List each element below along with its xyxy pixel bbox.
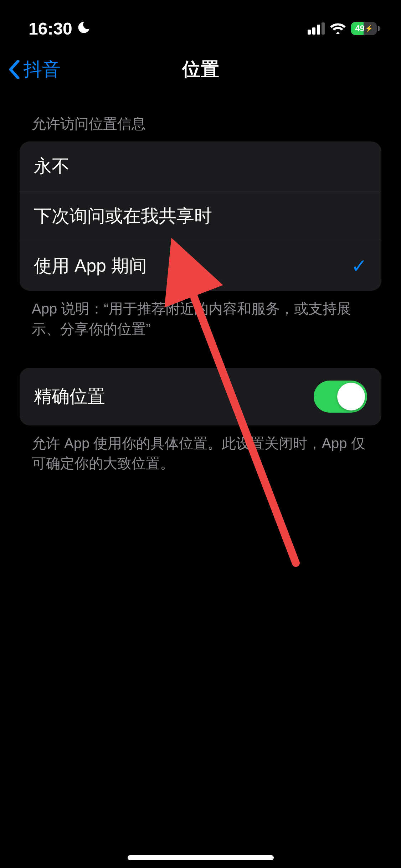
navigation-bar: 抖音 位置 [0,46,401,93]
cellular-signal-icon [308,22,325,35]
status-right: 49⚡ [308,22,380,35]
status-time: 16:30 [29,19,72,38]
content: 允许访问位置信息 永不 下次询问或在我共享时 使用 App 期间 ✓ App 说… [0,93,401,474]
location-option-never[interactable]: 永不 [20,141,381,191]
back-label: 抖音 [24,57,61,82]
location-option-ask-next-time[interactable]: 下次询问或在我共享时 [20,191,381,241]
checkmark-icon: ✓ [351,255,367,277]
wifi-icon [330,22,346,35]
do-not-disturb-icon [77,19,91,38]
status-bar: 16:30 49⚡ [0,0,401,46]
location-access-group: 永不 下次询问或在我共享时 使用 App 期间 ✓ [20,141,381,291]
charging-icon: ⚡ [365,25,373,32]
location-access-header: 允许访问位置信息 [20,114,381,141]
page-title: 位置 [182,57,219,82]
precise-location-row[interactable]: 精确位置 [20,368,381,425]
precise-location-group: 精确位置 [20,368,381,425]
precise-location-toggle[interactable] [314,381,367,413]
option-label: 下次询问或在我共享时 [34,204,212,228]
battery-percent: 49 [355,24,365,33]
precise-location-label: 精确位置 [34,384,105,408]
location-option-while-using[interactable]: 使用 App 期间 ✓ [20,241,381,291]
home-indicator[interactable] [128,855,274,860]
chevron-left-icon [8,60,21,79]
status-left: 16:30 [29,19,91,38]
location-access-footer: App 说明：“用于推荐附近的内容和服务，或支持展示、分享你的位置” [20,291,381,339]
precise-location-footer: 允许 App 使用你的具体位置。此设置关闭时，App 仅可确定你的大致位置。 [20,425,381,474]
option-label: 永不 [34,154,70,178]
option-label: 使用 App 期间 [34,254,147,278]
back-button[interactable]: 抖音 [8,57,61,82]
battery-indicator: 49⚡ [351,22,380,35]
